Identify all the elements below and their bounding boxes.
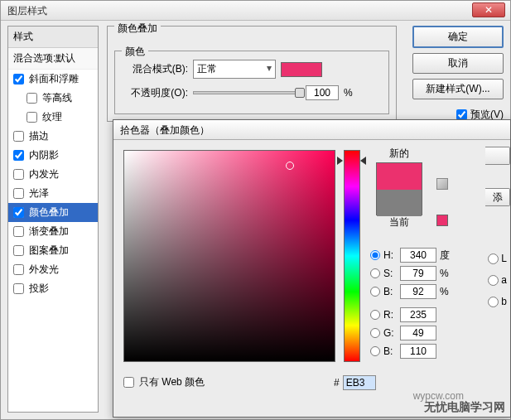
style-check-satin[interactable] bbox=[13, 188, 24, 199]
style-label: 斜面和浮雕 bbox=[29, 72, 79, 86]
r-input[interactable] bbox=[400, 307, 436, 322]
gamut-warning-icon[interactable] bbox=[436, 178, 448, 190]
style-item-outer-glow[interactable]: 外发光 bbox=[8, 260, 98, 279]
g-input[interactable] bbox=[400, 326, 436, 340]
settings-title: 颜色叠加 bbox=[114, 22, 161, 36]
web-only-label: 只有 Web 颜色 bbox=[139, 375, 205, 389]
style-check-texture[interactable] bbox=[27, 112, 37, 123]
style-check-bevel[interactable] bbox=[13, 74, 24, 84]
watermark-text: 无忧电脑学习网 bbox=[424, 400, 505, 415]
l-label: L bbox=[501, 253, 507, 264]
blend-mode-row: 混合模式(B): 正常 bbox=[122, 60, 382, 79]
hue-slider[interactable] bbox=[344, 150, 360, 362]
style-item-contour[interactable]: 等高线 bbox=[8, 89, 98, 108]
hue-pointer-right-icon bbox=[360, 157, 366, 165]
cancel-button[interactable]: 取消 bbox=[412, 53, 504, 74]
blend-mode-select[interactable]: 正常 bbox=[193, 60, 276, 79]
r-label: R: bbox=[383, 309, 397, 321]
style-check-inner-shadow[interactable] bbox=[13, 150, 24, 161]
opacity-row: 不透明度(O): % bbox=[122, 85, 382, 100]
ok-button[interactable]: 确定 bbox=[412, 26, 504, 48]
picker-title-bar[interactable]: 拾色器（叠加颜色） bbox=[113, 120, 510, 140]
g-radio[interactable] bbox=[370, 328, 380, 338]
color-picker-dialog: 拾色器（叠加颜色） 新的 当前 添 H: 度 bbox=[113, 119, 511, 418]
hex-prefix: # bbox=[334, 377, 340, 389]
style-item-satin[interactable]: 光泽 bbox=[8, 184, 98, 203]
h-input[interactable] bbox=[400, 248, 436, 263]
style-item-gradient-overlay[interactable]: 渐变叠加 bbox=[8, 222, 98, 241]
g-row: G: bbox=[370, 326, 511, 340]
style-check-inner-glow[interactable] bbox=[13, 169, 24, 180]
bch-label: B: bbox=[383, 345, 397, 357]
s-label: S: bbox=[383, 268, 397, 279]
style-item-texture[interactable]: 纹理 bbox=[8, 108, 98, 127]
s-unit: % bbox=[440, 268, 455, 279]
web-only-checkbox[interactable] bbox=[123, 377, 134, 388]
overlay-color-swatch[interactable] bbox=[281, 62, 322, 77]
hue-pointer-left-icon bbox=[337, 157, 343, 165]
hex-row: # bbox=[334, 375, 376, 390]
style-item-drop-shadow[interactable]: 投影 bbox=[8, 279, 98, 298]
opacity-slider[interactable] bbox=[193, 91, 301, 94]
r-radio[interactable] bbox=[370, 310, 380, 320]
current-color-label: 当前 bbox=[370, 215, 428, 229]
style-item-stroke[interactable]: 描边 bbox=[8, 127, 98, 146]
bch-input[interactable] bbox=[400, 344, 436, 359]
blending-options-default[interactable]: 混合选项:默认 bbox=[8, 48, 98, 70]
styles-panel: 样式 混合选项:默认 斜面和浮雕 等高线 纹理 描边 内阴影 bbox=[7, 26, 99, 413]
picker-add-button[interactable]: 添 bbox=[485, 188, 510, 206]
a-radio[interactable] bbox=[488, 275, 499, 286]
opacity-slider-thumb[interactable] bbox=[295, 88, 305, 98]
style-label: 投影 bbox=[29, 282, 49, 296]
style-check-stroke[interactable] bbox=[13, 131, 24, 142]
style-label: 渐变叠加 bbox=[29, 224, 69, 239]
preview-box bbox=[376, 162, 422, 215]
new-color-swatch[interactable] bbox=[377, 163, 422, 190]
style-check-color-overlay[interactable] bbox=[13, 207, 24, 218]
web-only-row: 只有 Web 颜色 bbox=[123, 375, 205, 389]
dialog-title: 图层样式 bbox=[7, 5, 47, 17]
color-preview: 新的 当前 bbox=[370, 147, 428, 231]
style-check-outer-glow[interactable] bbox=[13, 264, 24, 275]
style-label: 外发光 bbox=[29, 263, 59, 277]
dialog-buttons: 确定 取消 新建样式(W)... 预览(V) bbox=[412, 26, 504, 122]
s-radio[interactable] bbox=[370, 268, 380, 278]
fieldset-title: 颜色 bbox=[122, 45, 148, 59]
style-item-pattern-overlay[interactable]: 图案叠加 bbox=[8, 241, 98, 260]
style-check-gradient-overlay[interactable] bbox=[13, 226, 24, 237]
b-input[interactable] bbox=[400, 284, 436, 299]
color-fieldset: 颜色 混合模式(B): 正常 不透明度(O): % bbox=[114, 51, 389, 114]
lab-b-label: b bbox=[501, 296, 507, 307]
picker-ok-button[interactable] bbox=[485, 147, 510, 165]
color-field-marker[interactable] bbox=[286, 162, 294, 170]
h-label: H: bbox=[383, 249, 397, 261]
h-radio[interactable] bbox=[370, 250, 380, 260]
current-color-swatch[interactable] bbox=[377, 190, 422, 216]
picker-body: 新的 当前 添 H: 度 S: % bbox=[113, 140, 510, 418]
new-style-button[interactable]: 新建样式(W)... bbox=[412, 79, 504, 99]
style-check-pattern-overlay[interactable] bbox=[13, 245, 24, 256]
color-field[interactable] bbox=[123, 150, 335, 362]
l-radio[interactable] bbox=[488, 253, 499, 264]
style-check-contour[interactable] bbox=[27, 93, 37, 104]
dialog-title-bar[interactable]: 图层样式 bbox=[1, 1, 510, 21]
websafe-swatch[interactable] bbox=[436, 215, 448, 226]
lab-radios: L a b bbox=[488, 253, 507, 307]
b-radio[interactable] bbox=[370, 287, 380, 297]
close-button[interactable]: ✕ bbox=[472, 2, 505, 17]
picker-title: 拾色器（叠加颜色） bbox=[120, 124, 210, 136]
styles-header: 样式 bbox=[8, 27, 98, 48]
style-label: 内阴影 bbox=[29, 148, 59, 162]
lab-b-radio[interactable] bbox=[488, 297, 499, 307]
style-item-inner-shadow[interactable]: 内阴影 bbox=[8, 146, 98, 165]
hex-input[interactable] bbox=[343, 375, 376, 390]
opacity-unit: % bbox=[344, 87, 353, 99]
style-item-bevel[interactable]: 斜面和浮雕 bbox=[8, 70, 98, 89]
s-input[interactable] bbox=[400, 266, 436, 281]
b-unit: % bbox=[440, 286, 455, 297]
opacity-input[interactable] bbox=[306, 85, 339, 100]
bch-radio[interactable] bbox=[370, 346, 380, 356]
style-item-color-overlay[interactable]: 颜色叠加 bbox=[8, 203, 98, 222]
style-item-inner-glow[interactable]: 内发光 bbox=[8, 165, 98, 184]
style-check-drop-shadow[interactable] bbox=[13, 283, 24, 294]
